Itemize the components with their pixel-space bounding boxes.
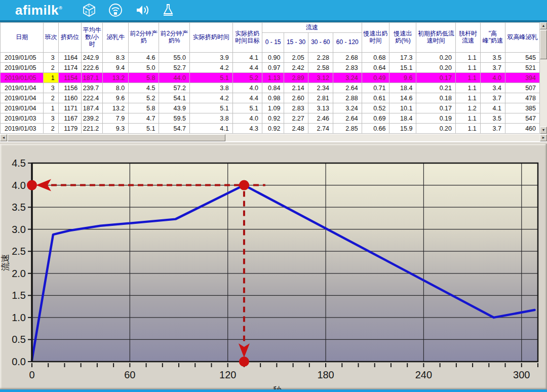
table-cell: 5.1	[232, 103, 262, 113]
milking-report-table: 日期班次挤奶位平均牛数/小时泌乳牛前2分钟产奶前2分钟产奶%实际挤奶时间实际挤奶…	[0, 22, 547, 142]
svg-text:120: 120	[219, 369, 236, 380]
table-row-selected[interactable]: 2019/01/0511154187.113.25.844.05.15.21.1…	[1, 73, 540, 83]
table-cell: 3.5	[480, 113, 505, 124]
table-cell: 221.2	[82, 124, 103, 134]
column-header[interactable]: 60 - 120	[333, 33, 362, 53]
vertical-scroll-thumb[interactable]	[540, 30, 547, 59]
svg-text:B: B	[85, 11, 87, 14]
scroll-up-button[interactable]: ▲	[540, 22, 547, 29]
column-header[interactable]: 日期	[1, 23, 44, 53]
table-cell: 2.48	[284, 124, 308, 134]
lab-flask-icon[interactable]	[161, 3, 176, 18]
svg-text:A: A	[88, 5, 90, 8]
svg-text:180: 180	[317, 369, 334, 380]
table-cell: 4.1	[232, 53, 262, 63]
table-cell: 10.1	[389, 103, 416, 113]
column-header[interactable]: 挤奶位	[58, 23, 82, 53]
table-cell: 0.92	[262, 113, 284, 124]
table-cell: 5.2	[129, 93, 159, 103]
svg-text:1.0: 1.0	[12, 312, 26, 323]
table-cell: 9.6	[103, 93, 129, 103]
table-cell: 5.8	[129, 73, 159, 83]
table-cell: 4.6	[129, 53, 159, 63]
table-cell: 9.6	[389, 73, 416, 83]
speaker-icon[interactable]	[134, 3, 149, 18]
table-cell: 4.1	[480, 103, 505, 113]
table-cell: 4.3	[232, 124, 262, 134]
table-cell: 3.4	[480, 83, 505, 93]
column-header[interactable]: 初期挤奶低流速时间	[416, 23, 456, 53]
table-cell: 3.8	[189, 83, 232, 93]
table-row[interactable]: 2019/01/0431156239.78.04.557.23.84.00.84…	[1, 83, 540, 93]
column-header[interactable]: 平均牛数/小时	[82, 23, 103, 53]
table-cell: 5.1	[189, 73, 232, 83]
horizontal-scroll-thumb[interactable]	[8, 134, 225, 141]
column-header[interactable]: 实际挤奶时间目标	[232, 23, 262, 53]
table-cell: 4.2	[189, 63, 232, 73]
table-cell: 1.1	[456, 93, 481, 103]
table-cell: 2	[44, 124, 58, 134]
table-cell: 9.3	[103, 124, 129, 134]
table-cell: 2.68	[333, 53, 362, 63]
flow-rate-chart-panel: 0.00.51.01.52.02.53.03.54.04.50601201802…	[0, 144, 547, 389]
table-cell: 1171	[58, 103, 82, 113]
scroll-left-button[interactable]: ◄	[0, 134, 7, 141]
table-cell: 1.13	[262, 73, 284, 83]
column-header[interactable]: 30 - 60	[308, 33, 333, 53]
table-cell: 187.1	[82, 73, 103, 83]
svg-text:300: 300	[513, 369, 530, 380]
column-header[interactable]: 实际挤奶时间	[189, 23, 232, 53]
table-cell: 3.8	[189, 113, 232, 124]
table-row[interactable]: 2019/01/0531164242.98.34.655.03.94.10.90…	[1, 53, 540, 63]
column-header[interactable]: 前2分钟产奶	[129, 23, 159, 53]
table-cell: 2019/01/05	[1, 73, 44, 83]
table-cell: 3.13	[308, 103, 333, 113]
table-cell: 4.2	[189, 93, 232, 103]
sensor-signal-icon[interactable]	[108, 3, 123, 18]
table-cell: 18.4	[389, 113, 416, 124]
column-header[interactable]: 脱杆时流速	[456, 23, 481, 53]
table-cell: 14.6	[389, 93, 416, 103]
table-row[interactable]: 2019/01/0421160222.49.65.254.14.24.40.98…	[1, 93, 540, 103]
column-header[interactable]: "高峰"奶速	[480, 23, 505, 53]
table-cell: 8.3	[103, 53, 129, 63]
table-cell: 2019/01/05	[1, 53, 44, 63]
svg-text:4.5: 4.5	[12, 158, 26, 169]
table-cell: 2019/01/04	[1, 93, 44, 103]
table-cell: 394	[505, 73, 539, 83]
table-cell: 7.9	[103, 113, 129, 124]
column-header[interactable]: 前2分钟产奶%	[159, 23, 190, 53]
scroll-right-button[interactable]: ►	[540, 134, 547, 141]
table-cell: 1.1	[456, 63, 481, 73]
table-cell: 0.68	[362, 53, 389, 63]
table-row[interactable]: 2019/01/0331167239.27.94.759.53.84.00.92…	[1, 113, 540, 124]
table-cell: 1	[44, 103, 58, 113]
table-cell: 4.4	[232, 63, 262, 73]
table-cell: 0.64	[362, 63, 389, 73]
table-cell: 0.66	[362, 124, 389, 134]
table-cell: 54.1	[159, 93, 190, 103]
flow-rate-group-header: 流速	[262, 23, 362, 33]
svg-text:0.5: 0.5	[12, 334, 26, 345]
svg-text:0.0: 0.0	[12, 356, 26, 367]
column-header[interactable]: 泌乳牛	[103, 23, 129, 53]
table-row[interactable]: 2019/01/0411171187.413.25.843.95.15.11.0…	[1, 103, 540, 113]
column-header[interactable]: 0 - 15	[262, 33, 284, 53]
table-cell: 2.74	[308, 124, 333, 134]
column-header[interactable]: 慢速出奶时间	[362, 23, 389, 53]
table-row[interactable]: 2019/01/0521174222.69.45.052.74.24.40.97…	[1, 63, 540, 73]
table-cell: 1.1	[456, 83, 481, 93]
table-cell: 0.92	[262, 124, 284, 134]
table-cell: 2019/01/04	[1, 83, 44, 93]
column-header[interactable]: 15 - 30	[284, 33, 308, 53]
abc-cube-icon[interactable]: A B C	[82, 3, 97, 18]
scroll-down-button[interactable]: ▼	[540, 127, 547, 134]
svg-text:0: 0	[29, 369, 34, 380]
table-cell: 1156	[58, 83, 82, 93]
table-cell: 2.28	[308, 53, 333, 63]
column-header[interactable]: 班次	[44, 23, 58, 53]
column-header[interactable]: 慢速出奶(%)	[389, 23, 416, 53]
column-header[interactable]: 双高峰泌乳	[505, 23, 539, 53]
table-row[interactable]: 2019/01/0321179221.29.35.154.74.14.30.92…	[1, 124, 540, 134]
table-cell: 0.69	[362, 113, 389, 124]
